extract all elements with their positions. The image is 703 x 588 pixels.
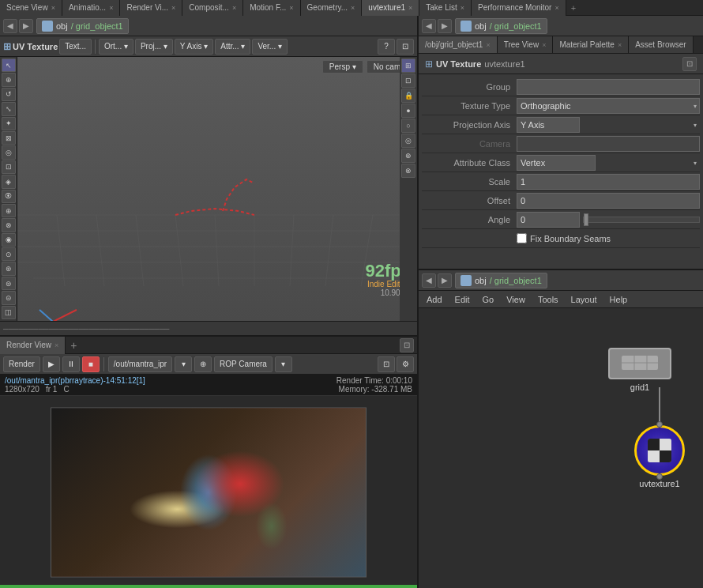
close-material-tab[interactable]: × [618,41,622,49]
menu-go[interactable]: Go [479,293,498,306]
render-settings[interactable]: ⊕ [194,356,212,372]
tool-13[interactable]: ◉ [2,233,16,247]
node-uvtexture1-body[interactable] [634,425,685,476]
rtool-6[interactable]: ◎ [401,134,415,148]
menu-edit[interactable]: Edit [452,293,473,306]
node-input-port[interactable] [656,421,663,428]
render-settings2[interactable]: ⚙ [397,356,414,372]
tab-close[interactable]: × [555,4,558,12]
rtool-4[interactable]: ● [401,104,415,118]
menu-tools[interactable]: Tools [535,293,562,306]
node-output-port[interactable] [656,473,663,480]
node-canvas[interactable]: grid1 [419,308,703,588]
angle-slider[interactable] [583,217,700,223]
menu-add[interactable]: Add [423,293,445,306]
ver-button[interactable]: Ver... ▾ [252,39,288,55]
attribute-class-select[interactable]: Vertex Point Primitive [517,155,596,171]
tool-11[interactable]: ⊕ [2,204,16,217]
rtool-1[interactable]: ⊞ [401,58,415,73]
rtool-8[interactable]: ⊗ [401,164,415,178]
tab-asset-browser[interactable]: Asset Browser [629,36,693,54]
right-obj-path[interactable]: obj / grid_object1 [455,18,547,34]
tab-close[interactable]: × [109,4,113,12]
right-forward[interactable]: ▶ [438,19,452,33]
node-grid1[interactable]: grid1 [608,348,671,392]
help-button[interactable]: ? [378,39,395,55]
perspective-button[interactable]: Persp ▾ [322,60,363,74]
tab-close[interactable]: × [351,4,355,12]
tab-close[interactable]: × [171,4,175,12]
pause-button[interactable]: ⏸ [62,356,80,372]
viewport[interactable]: 92fps Indie Edition 10.90ms Persp ▾ No c… [17,57,417,321]
attr-button[interactable]: Attr... ▾ [215,39,250,55]
rop-options[interactable]: ▾ [275,356,292,372]
tab-compositing[interactable]: Composit... × [182,0,243,16]
proj-button[interactable]: Proj... ▾ [135,39,173,55]
yaxis-select[interactable]: Y Axis X Axis Z Axis [517,117,580,133]
props-maximize[interactable]: ⊡ [682,57,697,71]
tab-performance-monitor[interactable]: Performance Monitor × [472,0,566,16]
rop-camera-btn[interactable]: ROP Camera [214,356,273,372]
tool-14[interactable]: ⊙ [2,247,16,261]
right-back[interactable]: ◀ [422,19,436,33]
tool-8[interactable]: ⊡ [2,160,16,174]
tool-18[interactable]: ◫ [2,306,16,319]
back-button[interactable]: ◀ [3,19,17,33]
node-back[interactable]: ◀ [422,273,436,288]
rtool-5[interactable]: ○ [401,119,415,133]
tab-animation[interactable]: Animatio... × [62,0,121,16]
select-tool[interactable]: ↖ [2,58,16,72]
stop-button[interactable]: ■ [82,356,100,372]
text-mode-button[interactable]: Text... [59,39,92,55]
render-tab-close[interactable]: × [55,341,58,349]
node-grid1-box[interactable] [608,348,671,379]
tab-close[interactable]: × [289,4,293,12]
tab-tree-view[interactable]: Tree View × [498,36,554,54]
camera-input[interactable] [517,136,700,152]
node-forward[interactable]: ▶ [438,273,452,288]
tool-7[interactable]: ◎ [2,145,16,159]
close-tree-tab[interactable]: × [542,41,546,49]
rtool-2[interactable]: ⊡ [401,74,415,88]
tab-close[interactable]: × [461,4,464,12]
tool-10[interactable]: ⦿ [2,190,16,203]
tool-12[interactable]: ⊗ [2,218,16,232]
add-panel-button[interactable]: + [66,339,81,352]
angle-input[interactable] [517,212,580,228]
tab-geometry[interactable]: Geometry... × [301,0,363,16]
texture-type-select[interactable]: Orthographic Perspective Cylindrical [517,98,700,114]
render-maximize[interactable]: ⊡ [378,356,395,372]
group-input[interactable] [517,79,700,95]
scale-input[interactable] [517,174,700,190]
tab-scene-view[interactable]: Scene View × [0,0,62,16]
maximize-render[interactable]: ⊡ [400,338,414,352]
tab-obj-grid[interactable]: /obj/grid_object1 × [419,36,498,54]
ortho-button[interactable]: Ort... ▾ [99,39,133,55]
tool-3[interactable]: ↺ [2,88,16,101]
menu-help[interactable]: Help [607,293,631,306]
tool-16[interactable]: ⊜ [2,277,16,290]
menu-layout[interactable]: Layout [568,293,600,306]
forward-button[interactable]: ▶ [19,19,33,33]
fix-boundary-checkbox[interactable] [517,233,527,243]
tab-take-list[interactable]: Take List × [419,0,472,16]
tool-17[interactable]: ⊝ [2,291,16,304]
close-obj-tab[interactable]: × [486,41,490,49]
offset-input[interactable] [517,193,700,209]
tool-2[interactable]: ⊕ [2,73,16,86]
node-uvtexture1[interactable]: uvtexture1 [634,425,685,488]
menu-view[interactable]: View [503,293,528,306]
yaxis-button[interactable]: Y Axis ▾ [175,39,213,55]
rtool-3[interactable]: 🔒 [401,89,415,103]
tab-render-view[interactable]: Render Vi... × [120,0,182,16]
left-obj-path[interactable]: obj / grid_object1 [36,18,129,34]
add-tab-button[interactable]: + [566,3,581,13]
tab-close[interactable]: × [408,4,412,12]
output-options[interactable]: ▾ [175,356,192,372]
tab-close[interactable]: × [51,4,55,12]
tab-close[interactable]: × [232,4,236,12]
tool-9[interactable]: ◈ [2,175,16,188]
render-view-tab[interactable]: Render View × [0,337,66,354]
tool-15[interactable]: ⊛ [2,262,16,275]
tab-material-palette[interactable]: Material Palette × [553,36,629,54]
